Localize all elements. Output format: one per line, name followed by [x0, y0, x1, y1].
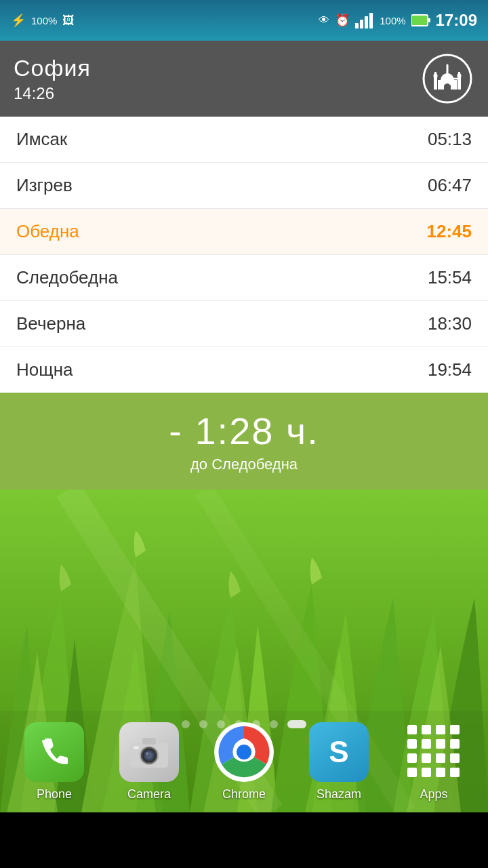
usb-icon: ⚡ [11, 13, 26, 28]
apps-dot [450, 725, 460, 734]
prayer-time-izgrev: 06:47 [428, 175, 472, 196]
dock-item-phone[interactable]: Phone [14, 722, 95, 802]
apps-dot [422, 725, 431, 734]
svg-rect-1 [360, 20, 363, 28]
apps-dot [407, 725, 417, 734]
city-name: София [14, 55, 91, 81]
svg-rect-27 [134, 746, 139, 749]
camera-app-icon[interactable] [119, 722, 179, 782]
prayer-time-noshna: 19:54 [428, 359, 472, 380]
svg-text:S: S [329, 735, 348, 768]
prayer-time-obedna: 12:45 [427, 221, 472, 242]
dock-item-shazam[interactable]: S Shazam [298, 722, 380, 802]
apps-dot [422, 753, 431, 763]
battery-right: 100% [380, 15, 405, 26]
home-screen: Phone [0, 490, 488, 812]
countdown-section: - 1:28 ч. до Следобедна [0, 393, 488, 490]
apps-dot [450, 739, 460, 749]
countdown-time: - 1:28 ч. [14, 409, 474, 453]
dock-item-camera[interactable]: Camera [108, 722, 190, 802]
chrome-icon [218, 726, 270, 778]
prayer-header: София 14:26 [0, 41, 488, 117]
prayer-name-noshna: Нощна [16, 359, 73, 380]
apps-dot [422, 768, 431, 777]
status-right-icons: 👁 ⏰ 100% 17:09 [319, 11, 477, 30]
apps-dot [422, 739, 431, 749]
prayer-row-imsak: Имсак 05:13 [0, 117, 488, 163]
svg-rect-5 [412, 16, 427, 25]
chrome-label: Chrome [222, 787, 266, 802]
apps-dot [450, 768, 460, 777]
dock-item-chrome[interactable]: Chrome [203, 722, 285, 802]
battery-icon [411, 14, 430, 27]
prayer-times-list: Имсак 05:13 Изгрев 06:47 Обедна 12:45 Сл… [0, 117, 488, 393]
svg-rect-0 [355, 23, 359, 28]
city-info: София 14:26 [14, 55, 91, 103]
signal-icon [355, 12, 374, 28]
countdown-label: до Следобедна [14, 456, 474, 473]
shazam-label: Shazam [317, 787, 361, 802]
city-time: 14:26 [14, 84, 91, 103]
prayer-name-imsak: Имсак [16, 129, 67, 150]
prayer-time-vecherna: 18:30 [428, 313, 472, 334]
prayer-name-obedna: Обедна [16, 221, 79, 242]
phone-label: Phone [37, 787, 72, 802]
eye-icon: 👁 [319, 14, 329, 26]
svg-rect-26 [142, 738, 156, 745]
prayer-name-vecherna: Вечерна [16, 313, 85, 334]
apps-dot [436, 768, 445, 777]
battery-left: 100% [31, 15, 57, 26]
alarm-icon: ⏰ [335, 13, 350, 28]
apps-dot [407, 739, 417, 749]
apps-label: Apps [420, 787, 447, 802]
prayer-row-sledobedna: Следобедна 15:54 [0, 255, 488, 301]
status-time: 17:09 [436, 11, 477, 30]
apps-dot [407, 768, 417, 777]
prayer-name-sledobedna: Следобедна [16, 267, 118, 288]
prayer-row-obedna: Обедна 12:45 [0, 209, 488, 255]
phone-app-icon[interactable] [24, 722, 84, 782]
dock-item-apps[interactable]: Apps [393, 722, 474, 802]
svg-rect-16 [458, 72, 460, 77]
prayer-widget: София 14:26 [0, 41, 488, 490]
shazam-app-icon[interactable]: S [309, 722, 369, 782]
camera-icon [129, 734, 169, 770]
svg-rect-13 [434, 72, 436, 77]
chrome-app-icon[interactable] [214, 722, 274, 782]
prayer-time-imsak: 05:13 [428, 129, 472, 150]
mosque-icon-container [420, 52, 474, 106]
status-bar: ⚡ 100% 🖼 👁 ⏰ 100% 17:09 [0, 0, 488, 41]
prayer-name-izgrev: Изгрев [16, 175, 73, 196]
mosque-clock-icon [422, 53, 473, 104]
svg-point-29 [144, 750, 155, 761]
prayer-row-izgrev: Изгрев 06:47 [0, 163, 488, 209]
svg-point-33 [237, 745, 251, 760]
shazam-icon: S [318, 731, 360, 773]
apps-dot [407, 753, 417, 763]
svg-rect-6 [428, 18, 430, 22]
apps-grid-icon [407, 725, 461, 778]
apps-dot [436, 725, 445, 734]
apps-app-icon[interactable] [404, 722, 464, 782]
prayer-row-vecherna: Вечерна 18:30 [0, 301, 488, 347]
camera-label: Camera [127, 787, 171, 802]
phone-icon [35, 733, 73, 771]
apps-dot [436, 739, 445, 749]
image-icon: 🖼 [62, 14, 75, 28]
apps-dot [450, 753, 460, 763]
prayer-row-noshna: Нощна 19:54 [0, 347, 488, 393]
prayer-time-sledobedna: 15:54 [428, 267, 472, 288]
apps-dot [436, 753, 445, 763]
svg-rect-3 [369, 13, 373, 28]
dock: Phone [0, 711, 488, 812]
status-left-icons: ⚡ 100% 🖼 [11, 13, 75, 28]
svg-rect-2 [365, 16, 368, 28]
